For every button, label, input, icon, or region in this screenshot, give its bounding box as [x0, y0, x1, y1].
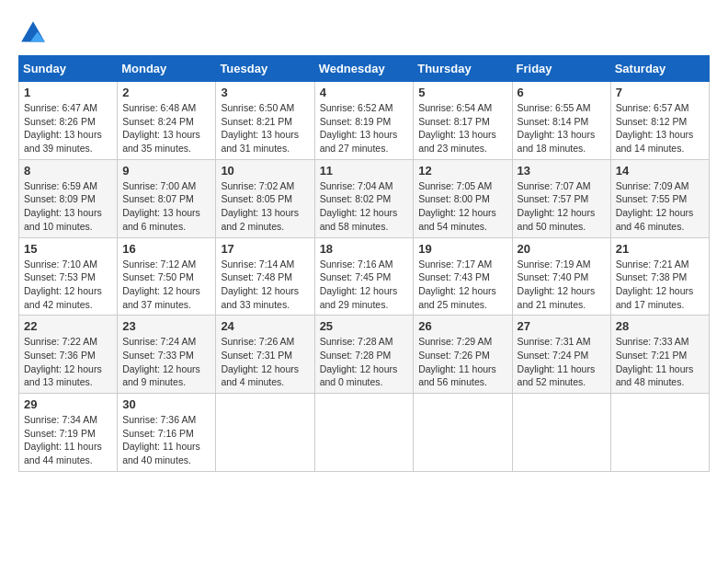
calendar-cell	[610, 394, 709, 472]
day-number: 13	[518, 164, 606, 178]
day-info: Sunrise: 7:26 AM Sunset: 7:31 PM Dayligh…	[221, 335, 309, 389]
calendar-cell: 10 Sunrise: 7:02 AM Sunset: 8:05 PM Dayl…	[216, 159, 314, 237]
calendar-week-row: 8 Sunrise: 6:59 AM Sunset: 8:09 PM Dayli…	[19, 159, 710, 237]
calendar-cell: 1 Sunrise: 6:47 AM Sunset: 8:26 PM Dayli…	[19, 82, 118, 160]
day-number: 20	[518, 242, 606, 256]
calendar-cell: 27 Sunrise: 7:31 AM Sunset: 7:24 PM Dayl…	[512, 316, 610, 394]
day-number: 15	[24, 242, 112, 256]
day-number: 8	[24, 164, 112, 178]
calendar-cell: 7 Sunrise: 6:57 AM Sunset: 8:12 PM Dayli…	[610, 82, 709, 160]
day-number: 10	[221, 164, 309, 178]
calendar-cell	[314, 394, 414, 472]
calendar-cell: 5 Sunrise: 6:54 AM Sunset: 8:17 PM Dayli…	[414, 82, 512, 160]
calendar-cell: 9 Sunrise: 7:00 AM Sunset: 8:07 PM Dayli…	[118, 159, 216, 237]
day-number: 9	[122, 164, 210, 178]
day-info: Sunrise: 7:16 AM Sunset: 7:45 PM Dayligh…	[320, 258, 409, 312]
day-info: Sunrise: 7:05 AM Sunset: 8:00 PM Dayligh…	[418, 179, 506, 234]
day-number: 6	[518, 86, 606, 99]
weekday-header-monday: Monday	[118, 56, 216, 82]
day-info: Sunrise: 7:33 AM Sunset: 7:21 PM Dayligh…	[616, 335, 704, 389]
calendar-cell	[216, 394, 314, 472]
weekday-header-tuesday: Tuesday	[216, 56, 314, 82]
calendar-header-row: SundayMondayTuesdayWednesdayThursdayFrid…	[19, 56, 710, 82]
calendar-cell: 18 Sunrise: 7:16 AM Sunset: 7:45 PM Dayl…	[314, 237, 414, 316]
day-number: 3	[221, 86, 309, 99]
day-info: Sunrise: 7:36 AM Sunset: 7:16 PM Dayligh…	[122, 413, 210, 467]
calendar-cell: 4 Sunrise: 6:52 AM Sunset: 8:19 PM Dayli…	[314, 82, 414, 160]
calendar-cell: 20 Sunrise: 7:19 AM Sunset: 7:40 PM Dayl…	[512, 237, 610, 316]
calendar-cell: 14 Sunrise: 7:09 AM Sunset: 7:55 PM Dayl…	[610, 159, 709, 237]
calendar-cell	[414, 394, 512, 472]
day-info: Sunrise: 7:22 AM Sunset: 7:36 PM Dayligh…	[24, 335, 112, 389]
day-number: 17	[221, 242, 309, 256]
calendar-cell: 11 Sunrise: 7:04 AM Sunset: 8:02 PM Dayl…	[314, 159, 414, 237]
calendar-cell: 23 Sunrise: 7:24 AM Sunset: 7:33 PM Dayl…	[118, 316, 216, 394]
day-number: 11	[320, 164, 409, 178]
calendar-week-row: 22 Sunrise: 7:22 AM Sunset: 7:36 PM Dayl…	[19, 316, 710, 394]
day-info: Sunrise: 6:59 AM Sunset: 8:09 PM Dayligh…	[24, 179, 112, 234]
weekday-header-thursday: Thursday	[414, 56, 512, 82]
day-number: 1	[24, 86, 112, 99]
day-number: 12	[418, 164, 506, 178]
day-info: Sunrise: 7:04 AM Sunset: 8:02 PM Dayligh…	[320, 179, 409, 234]
weekday-header-wednesday: Wednesday	[314, 56, 414, 82]
day-number: 2	[122, 86, 210, 99]
day-number: 5	[418, 86, 506, 99]
day-info: Sunrise: 7:17 AM Sunset: 7:43 PM Dayligh…	[418, 258, 506, 312]
day-info: Sunrise: 7:31 AM Sunset: 7:24 PM Dayligh…	[518, 335, 606, 389]
calendar-cell: 21 Sunrise: 7:21 AM Sunset: 7:38 PM Dayl…	[610, 237, 709, 316]
calendar-cell: 12 Sunrise: 7:05 AM Sunset: 8:00 PM Dayl…	[414, 159, 512, 237]
day-info: Sunrise: 6:55 AM Sunset: 8:14 PM Dayligh…	[518, 101, 606, 155]
day-number: 16	[122, 242, 210, 256]
day-info: Sunrise: 7:19 AM Sunset: 7:40 PM Dayligh…	[518, 258, 606, 312]
calendar-cell: 3 Sunrise: 6:50 AM Sunset: 8:21 PM Dayli…	[216, 82, 314, 160]
day-info: Sunrise: 6:47 AM Sunset: 8:26 PM Dayligh…	[24, 101, 112, 155]
day-number: 29	[24, 397, 112, 411]
day-info: Sunrise: 7:24 AM Sunset: 7:33 PM Dayligh…	[122, 335, 210, 389]
calendar-cell: 6 Sunrise: 6:55 AM Sunset: 8:14 PM Dayli…	[512, 82, 610, 160]
calendar-cell: 22 Sunrise: 7:22 AM Sunset: 7:36 PM Dayl…	[19, 316, 118, 394]
page-header	[18, 18, 710, 48]
day-info: Sunrise: 6:57 AM Sunset: 8:12 PM Dayligh…	[616, 101, 704, 155]
day-info: Sunrise: 7:29 AM Sunset: 7:26 PM Dayligh…	[418, 335, 506, 389]
day-number: 23	[122, 319, 210, 333]
day-info: Sunrise: 7:10 AM Sunset: 7:53 PM Dayligh…	[24, 258, 112, 312]
calendar-cell: 26 Sunrise: 7:29 AM Sunset: 7:26 PM Dayl…	[414, 316, 512, 394]
day-info: Sunrise: 7:07 AM Sunset: 7:57 PM Dayligh…	[518, 179, 606, 234]
logo-icon	[18, 18, 48, 48]
calendar-cell: 28 Sunrise: 7:33 AM Sunset: 7:21 PM Dayl…	[610, 316, 709, 394]
day-number: 18	[320, 242, 409, 256]
day-info: Sunrise: 6:54 AM Sunset: 8:17 PM Dayligh…	[418, 101, 506, 155]
calendar-week-row: 29 Sunrise: 7:34 AM Sunset: 7:19 PM Dayl…	[19, 394, 710, 472]
calendar-week-row: 1 Sunrise: 6:47 AM Sunset: 8:26 PM Dayli…	[19, 82, 710, 160]
calendar-cell: 29 Sunrise: 7:34 AM Sunset: 7:19 PM Dayl…	[19, 394, 118, 472]
day-info: Sunrise: 7:28 AM Sunset: 7:28 PM Dayligh…	[320, 335, 409, 389]
day-number: 25	[320, 319, 409, 333]
day-info: Sunrise: 7:21 AM Sunset: 7:38 PM Dayligh…	[616, 258, 704, 312]
day-info: Sunrise: 7:09 AM Sunset: 7:55 PM Dayligh…	[616, 179, 704, 234]
calendar-cell: 13 Sunrise: 7:07 AM Sunset: 7:57 PM Dayl…	[512, 159, 610, 237]
calendar-cell: 16 Sunrise: 7:12 AM Sunset: 7:50 PM Dayl…	[118, 237, 216, 316]
weekday-header-saturday: Saturday	[610, 56, 709, 82]
day-number: 24	[221, 319, 309, 333]
calendar-cell: 24 Sunrise: 7:26 AM Sunset: 7:31 PM Dayl…	[216, 316, 314, 394]
day-info: Sunrise: 7:12 AM Sunset: 7:50 PM Dayligh…	[122, 258, 210, 312]
day-number: 21	[616, 242, 704, 256]
day-number: 26	[418, 319, 506, 333]
day-info: Sunrise: 6:52 AM Sunset: 8:19 PM Dayligh…	[320, 101, 409, 155]
calendar-cell	[512, 394, 610, 472]
day-number: 28	[616, 319, 704, 333]
day-number: 30	[122, 397, 210, 411]
day-number: 27	[518, 319, 606, 333]
day-number: 7	[616, 86, 704, 99]
calendar-cell: 2 Sunrise: 6:48 AM Sunset: 8:24 PM Dayli…	[118, 82, 216, 160]
calendar-cell: 8 Sunrise: 6:59 AM Sunset: 8:09 PM Dayli…	[19, 159, 118, 237]
day-info: Sunrise: 7:14 AM Sunset: 7:48 PM Dayligh…	[221, 258, 309, 312]
calendar-cell: 19 Sunrise: 7:17 AM Sunset: 7:43 PM Dayl…	[414, 237, 512, 316]
day-number: 14	[616, 164, 704, 178]
day-number: 22	[24, 319, 112, 333]
day-info: Sunrise: 7:00 AM Sunset: 8:07 PM Dayligh…	[122, 179, 210, 234]
calendar-week-row: 15 Sunrise: 7:10 AM Sunset: 7:53 PM Dayl…	[19, 237, 710, 316]
weekday-header-sunday: Sunday	[19, 56, 118, 82]
calendar-cell: 30 Sunrise: 7:36 AM Sunset: 7:16 PM Dayl…	[118, 394, 216, 472]
